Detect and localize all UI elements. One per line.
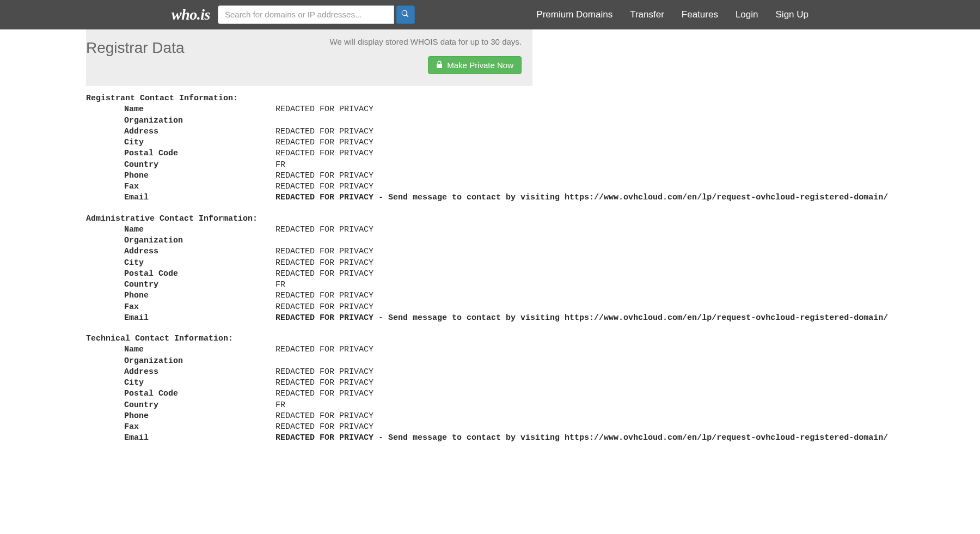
field-label: Phone <box>86 411 275 422</box>
administrative-address-row: Address REDACTED FOR PRIVACY <box>86 246 532 257</box>
field-label: Country <box>86 160 275 171</box>
registrant-section-title: Registrant Contact Information: <box>86 93 532 104</box>
technical-country-row: Country FR <box>86 400 532 411</box>
field-label: Email <box>86 192 275 203</box>
field-value: REDACTED FOR PRIVACY <box>275 148 373 159</box>
administrative-country-row: Country FR <box>86 280 532 290</box>
field-label: Postal Code <box>86 269 275 280</box>
field-value: REDACTED FOR PRIVACY <box>275 378 373 389</box>
field-value: REDACTED FOR PRIVACY <box>275 411 373 422</box>
technical-city-row: City REDACTED FOR PRIVACY <box>86 378 532 389</box>
field-label: Fax <box>86 302 275 313</box>
field-value: REDACTED FOR PRIVACY - Send message to c… <box>275 433 888 444</box>
field-value: REDACTED FOR PRIVACY <box>275 104 373 115</box>
field-label: Address <box>86 367 275 378</box>
navbar-inner: who.is Premium Domains Transfer Features… <box>171 5 808 24</box>
whois-storage-note: We will display stored WHOIS data for up… <box>330 37 522 46</box>
lock-icon <box>436 60 443 70</box>
field-value: REDACTED FOR PRIVACY <box>275 302 373 313</box>
registrant-postal-code-row: Postal Code REDACTED FOR PRIVACY <box>86 148 532 159</box>
field-label: Phone <box>86 171 275 181</box>
search-form <box>218 5 415 24</box>
field-label: Name <box>86 104 275 115</box>
search-button[interactable] <box>396 5 415 24</box>
registrant-phone-row: Phone REDACTED FOR PRIVACY <box>86 171 532 181</box>
field-value: REDACTED FOR PRIVACY <box>275 290 373 301</box>
search-icon <box>401 10 409 19</box>
field-value: REDACTED FOR PRIVACY - Send message to c… <box>275 192 888 203</box>
technical-phone-row: Phone REDACTED FOR PRIVACY <box>86 411 532 422</box>
administrative-postal-code-row: Postal Code REDACTED FOR PRIVACY <box>86 269 532 280</box>
administrative-section-title: Administrative Contact Information: <box>86 214 532 224</box>
technical-organization-row: Organization <box>86 356 532 367</box>
administrative-name-row: Name REDACTED FOR PRIVACY <box>86 224 532 235</box>
field-label: City <box>86 258 275 269</box>
field-label: Country <box>86 280 275 290</box>
administrative-fax-row: Fax REDACTED FOR PRIVACY <box>86 302 532 313</box>
registrar-data-header: Registrar Data We will display stored WH… <box>86 29 532 86</box>
field-value: REDACTED FOR PRIVACY <box>275 389 373 399</box>
page-title: Registrar Data <box>86 39 185 57</box>
field-label: Postal Code <box>86 389 275 399</box>
technical-fax-row: Fax REDACTED FOR PRIVACY <box>86 422 532 433</box>
field-value: REDACTED FOR PRIVACY <box>275 367 373 378</box>
nav-signup[interactable]: Sign Up <box>776 9 808 20</box>
nav-features[interactable]: Features <box>682 9 718 20</box>
technical-section-title: Technical Contact Information: <box>86 333 532 344</box>
main-container: Registrar Data We will display stored WH… <box>86 29 532 466</box>
field-label: Organization <box>86 356 275 367</box>
field-label: Country <box>86 400 275 411</box>
registrant-email-row: Email REDACTED FOR PRIVACY - Send messag… <box>86 192 532 203</box>
field-label: Phone <box>86 290 275 301</box>
make-private-label: Make Private Now <box>447 60 513 70</box>
whois-data: Registrant Contact Information: Name RED… <box>86 86 532 466</box>
field-value: REDACTED FOR PRIVACY <box>275 344 373 355</box>
field-label: Name <box>86 344 275 355</box>
field-value: REDACTED FOR PRIVACY <box>275 126 373 137</box>
field-value: REDACTED FOR PRIVACY <box>275 246 373 257</box>
field-value: REDACTED FOR PRIVACY <box>275 171 373 181</box>
administrative-organization-row: Organization <box>86 235 532 246</box>
header-right: We will display stored WHOIS data for up… <box>330 37 522 74</box>
field-value: FR <box>275 280 285 290</box>
field-value: REDACTED FOR PRIVACY <box>275 137 373 148</box>
nav-login[interactable]: Login <box>736 9 758 20</box>
registrant-name-row: Name REDACTED FOR PRIVACY <box>86 104 532 115</box>
field-label: Email <box>86 313 275 324</box>
technical-postal-code-row: Postal Code REDACTED FOR PRIVACY <box>86 389 532 399</box>
nav-premium-domains[interactable]: Premium Domains <box>536 9 612 20</box>
field-label: City <box>86 137 275 148</box>
field-value: REDACTED FOR PRIVACY <box>275 181 373 192</box>
field-label: Address <box>86 246 275 257</box>
field-label: Fax <box>86 422 275 433</box>
search-input[interactable] <box>218 5 394 24</box>
navbar: who.is Premium Domains Transfer Features… <box>0 0 980 29</box>
make-private-button[interactable]: Make Private Now <box>428 56 522 74</box>
field-label: Address <box>86 126 275 137</box>
registrant-city-row: City REDACTED FOR PRIVACY <box>86 137 532 148</box>
administrative-phone-row: Phone REDACTED FOR PRIVACY <box>86 290 532 301</box>
field-label: Postal Code <box>86 148 275 159</box>
field-label: Organization <box>86 116 275 126</box>
field-label: City <box>86 378 275 389</box>
field-label: Name <box>86 224 275 235</box>
field-label: Email <box>86 433 275 444</box>
registrant-organization-row: Organization <box>86 116 532 126</box>
field-value: FR <box>275 160 285 171</box>
technical-name-row: Name REDACTED FOR PRIVACY <box>86 344 532 355</box>
registrant-fax-row: Fax REDACTED FOR PRIVACY <box>86 181 532 192</box>
field-value: REDACTED FOR PRIVACY <box>275 422 373 433</box>
field-label: Organization <box>86 235 275 246</box>
field-label: Fax <box>86 181 275 192</box>
field-value: REDACTED FOR PRIVACY <box>275 269 373 280</box>
technical-address-row: Address REDACTED FOR PRIVACY <box>86 367 532 378</box>
field-value: FR <box>275 400 285 411</box>
field-value: REDACTED FOR PRIVACY <box>275 258 373 269</box>
registrant-address-row: Address REDACTED FOR PRIVACY <box>86 126 532 137</box>
administrative-city-row: City REDACTED FOR PRIVACY <box>86 258 532 269</box>
nav-transfer[interactable]: Transfer <box>630 9 664 20</box>
site-logo[interactable]: who.is <box>171 6 210 23</box>
registrant-country-row: Country FR <box>86 160 532 171</box>
administrative-email-row: Email REDACTED FOR PRIVACY - Send messag… <box>86 313 532 324</box>
nav-links: Premium Domains Transfer Features Login … <box>536 9 808 20</box>
